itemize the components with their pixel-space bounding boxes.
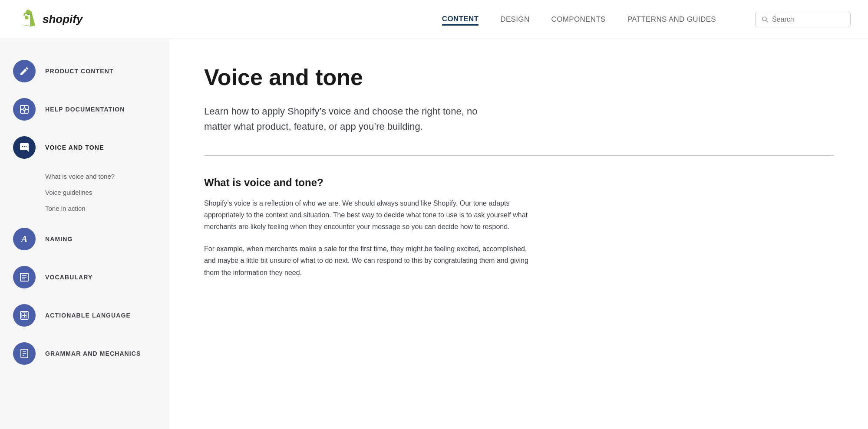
naming-icon: A	[13, 228, 36, 250]
content-divider	[204, 155, 833, 156]
sidebar-item-voice-and-tone[interactable]: VOICE AND TONE	[0, 128, 169, 167]
sidebar-label-naming: NAMING	[45, 236, 73, 242]
sidebar-item-vocabulary[interactable]: VOCABULARY	[0, 258, 169, 296]
sidebar-item-product-content[interactable]: PRODUCT CONTENT	[0, 52, 169, 90]
main-nav: CONTENT DESIGN COMPONENTS PATTERNS AND G…	[442, 12, 851, 27]
grammar-and-mechanics-icon	[13, 342, 36, 365]
layout: PRODUCT CONTENT HELP DOCUMENTATION	[0, 39, 868, 429]
subitem-what-is-voice[interactable]: What is voice and tone?	[45, 168, 169, 184]
shopify-logo-icon	[17, 9, 38, 30]
nav-item-design[interactable]: DESIGN	[500, 13, 529, 26]
svg-line-1	[766, 20, 768, 22]
sidebar-item-help-documentation[interactable]: HELP DOCUMENTATION	[0, 90, 169, 128]
nav-item-components[interactable]: COMPONENTS	[551, 13, 606, 26]
sidebar-label-vocabulary: VOCABULARY	[45, 274, 92, 281]
sidebar-label-product-content: PRODUCT CONTENT	[45, 68, 114, 75]
sidebar-label-help-documentation: HELP DOCUMENTATION	[45, 106, 125, 113]
logo-text: shopify	[43, 13, 83, 26]
page-subtitle: Learn how to apply Shopify’s voice and c…	[204, 104, 499, 134]
nav-item-content[interactable]: CONTENT	[442, 13, 479, 26]
body-text-1: Shopify’s voice is a reflection of who w…	[204, 197, 534, 233]
sidebar-item-grammar-and-mechanics[interactable]: GRAMMAR AND MECHANICS	[0, 334, 169, 373]
voice-and-tone-subitems: What is voice and tone? Voice guidelines…	[0, 167, 169, 220]
voice-and-tone-icon	[13, 136, 36, 159]
vocabulary-icon	[13, 266, 36, 288]
svg-point-10	[26, 146, 26, 147]
sidebar-item-naming[interactable]: A NAMING	[0, 220, 169, 258]
search-icon	[762, 16, 769, 23]
body-text-2: For example, when merchants make a sale …	[204, 243, 534, 278]
nav-item-patterns[interactable]: PATTERNS AND GUIDES	[627, 13, 716, 26]
sidebar-label-voice-and-tone: VOICE AND TONE	[45, 144, 104, 151]
header: shopify CONTENT DESIGN COMPONENTS PATTER…	[0, 0, 868, 39]
sidebar-item-actionable-language[interactable]: ACTIONABLE LANGUAGE	[0, 296, 169, 334]
section-title: What is voice and tone?	[204, 177, 833, 189]
sidebar-label-grammar-and-mechanics: GRAMMAR AND MECHANICS	[45, 350, 141, 357]
product-content-icon	[13, 60, 36, 82]
svg-point-8	[22, 146, 23, 147]
svg-point-9	[24, 146, 25, 147]
actionable-language-icon	[13, 304, 36, 327]
page-title: Voice and tone	[204, 65, 833, 90]
svg-point-3	[23, 108, 26, 111]
search-box[interactable]	[755, 12, 851, 27]
help-documentation-icon	[13, 98, 36, 121]
subitem-voice-guidelines[interactable]: Voice guidelines	[45, 184, 169, 200]
sidebar: PRODUCT CONTENT HELP DOCUMENTATION	[0, 39, 169, 429]
search-input[interactable]	[772, 16, 844, 23]
main-content: Voice and tone Learn how to apply Shopif…	[169, 39, 868, 429]
subitem-tone-in-action[interactable]: Tone in action	[45, 200, 169, 216]
logo[interactable]: shopify	[17, 9, 83, 30]
sidebar-label-actionable-language: ACTIONABLE LANGUAGE	[45, 312, 131, 319]
